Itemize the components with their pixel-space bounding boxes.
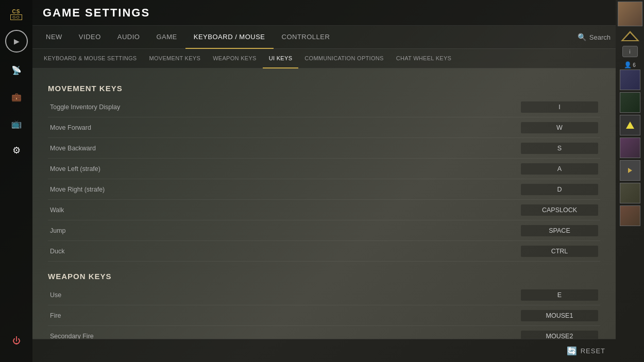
subtab-movement-keys[interactable]: Movement Keys: [143, 49, 207, 68]
cs-logo[interactable]: CS GO: [2, 3, 30, 26]
play-button[interactable]: ▶: [5, 30, 28, 53]
sub-tabs: Keyboard & Mouse Settings Movement Keys …: [32, 49, 616, 68]
friend-avatar-5[interactable]: [620, 160, 640, 181]
tab-audio[interactable]: Audio: [109, 26, 148, 49]
friend-avatar-3[interactable]: [620, 115, 640, 135]
search-button[interactable]: 🔍 Search: [578, 33, 611, 41]
setting-value-fire[interactable]: MOUSE1: [521, 310, 598, 321]
friend-avatar-4[interactable]: [620, 137, 640, 158]
setting-label-move-backward: Move Backward: [48, 145, 521, 152]
setting-label-move-forward: Move Forward: [48, 124, 521, 131]
setting-label-secondary-fire: Secondary Fire: [48, 333, 521, 339]
chevron-right-icon: [628, 168, 632, 173]
rank-badge: [618, 28, 642, 44]
tab-video[interactable]: Video: [71, 26, 109, 49]
person-icon: 👤: [624, 61, 632, 68]
setting-label-move-right: Move Right (strafe): [48, 186, 521, 193]
briefcase-icon-button[interactable]: 💼: [6, 87, 27, 107]
footer: 🔄 RESET: [32, 339, 616, 362]
setting-label-toggle-inventory: Toggle Inventory Display: [48, 104, 521, 111]
power-icon: ⏻: [12, 336, 21, 346]
tab-game[interactable]: Game: [148, 26, 185, 49]
table-row[interactable]: Toggle Inventory Display I: [48, 97, 600, 117]
setting-label-jump: Jump: [48, 227, 521, 234]
main-content: GAME SETTINGS New Video Audio Game Keybo…: [32, 0, 616, 362]
page-title: GAME SETTINGS: [43, 6, 150, 20]
content-area[interactable]: Movement Keys Toggle Inventory Display I…: [32, 68, 616, 339]
subtab-communication-options[interactable]: Communication Options: [298, 49, 389, 68]
table-row[interactable]: Jump SPACE: [48, 220, 600, 241]
power-icon-button[interactable]: ⏻: [6, 331, 27, 351]
player-count-value: 6: [633, 62, 636, 68]
radio-icon-button[interactable]: 📡: [6, 60, 27, 80]
setting-value-move-backward[interactable]: S: [521, 143, 598, 154]
search-label: Search: [589, 33, 611, 41]
info-button[interactable]: i: [622, 46, 638, 57]
tab-keyboard-mouse[interactable]: Keyboard / Mouse: [185, 26, 274, 49]
movement-keys-section: Movement Keys Toggle Inventory Display I…: [48, 84, 600, 262]
play-icon: ▶: [14, 37, 20, 45]
table-row[interactable]: Move Right (strafe) D: [48, 179, 600, 200]
setting-value-use[interactable]: E: [521, 289, 598, 301]
setting-value-duck[interactable]: CTRL: [521, 246, 598, 257]
friend-avatar-7-image: [620, 206, 640, 226]
tab-new[interactable]: New: [38, 26, 71, 49]
friend-avatar-4-image: [620, 138, 640, 158]
table-row[interactable]: Walk CAPSLOCK: [48, 200, 600, 220]
tab-controller[interactable]: Controller: [274, 26, 338, 49]
rank-triangle-icon: [626, 122, 634, 129]
movement-keys-table: Toggle Inventory Display I Move Forward …: [48, 97, 600, 262]
avatar-image: [618, 2, 642, 26]
radio-icon: 📡: [11, 65, 22, 75]
subtab-ui-keys[interactable]: UI Keys: [263, 49, 299, 68]
reset-label: RESET: [581, 347, 605, 355]
setting-value-toggle-inventory[interactable]: I: [521, 101, 598, 113]
setting-label-use: Use: [48, 291, 521, 299]
table-row[interactable]: Move Forward W: [48, 117, 600, 138]
subtab-weapon-keys[interactable]: Weapon Keys: [207, 49, 263, 68]
friend-avatar-6-image: [620, 183, 640, 203]
nav-tabs: New Video Audio Game Keyboard / Mouse Co…: [32, 26, 616, 49]
right-sidebar: i 👤 6: [616, 0, 644, 362]
left-sidebar: CS GO ▶ 📡 💼 📺 ⚙ ⏻: [0, 0, 32, 362]
friend-avatar-1-image: [620, 70, 640, 90]
table-row[interactable]: Use E: [48, 285, 600, 305]
subtab-keyboard-mouse-settings[interactable]: Keyboard & Mouse Settings: [38, 49, 143, 68]
table-row[interactable]: Move Backward S: [48, 138, 600, 159]
setting-value-move-right[interactable]: D: [521, 184, 598, 195]
friend-avatar-7[interactable]: [620, 205, 640, 226]
setting-value-move-forward[interactable]: W: [521, 122, 598, 133]
table-row[interactable]: Duck CTRL: [48, 241, 600, 262]
weapon-keys-section: Weapon Keys Use E Fire MOUSE1 Secondary …: [48, 272, 600, 339]
table-row[interactable]: Move Left (strafe) A: [48, 159, 600, 179]
search-icon: 🔍: [578, 33, 586, 41]
setting-value-walk[interactable]: CAPSLOCK: [521, 204, 598, 216]
setting-label-move-left: Move Left (strafe): [48, 165, 521, 173]
reset-button[interactable]: 🔄 RESET: [567, 346, 605, 356]
table-row[interactable]: Secondary Fire MOUSE2: [48, 326, 600, 339]
sidebar-bottom: ⏻: [6, 327, 27, 354]
subtab-chat-wheel-keys[interactable]: Chat Wheel Keys: [390, 49, 458, 68]
setting-value-secondary-fire[interactable]: MOUSE2: [521, 331, 598, 339]
briefcase-icon: 💼: [11, 92, 22, 102]
movement-keys-heading: Movement Keys: [48, 84, 600, 93]
friend-avatar-6[interactable]: [620, 183, 640, 203]
header: GAME SETTINGS: [32, 0, 616, 26]
tv-icon-button[interactable]: 📺: [6, 113, 27, 134]
setting-label-fire: Fire: [48, 312, 521, 319]
friend-avatar-2-image: [620, 93, 640, 112]
settings-icon: ⚙: [12, 145, 21, 156]
setting-value-jump[interactable]: SPACE: [521, 225, 598, 236]
settings-icon-button[interactable]: ⚙: [6, 140, 27, 161]
weapon-keys-table: Use E Fire MOUSE1 Secondary Fire MOUSE2 …: [48, 285, 600, 339]
reset-icon: 🔄: [567, 346, 578, 356]
friend-avatar-2[interactable]: [620, 92, 640, 113]
table-row[interactable]: Fire MOUSE1: [48, 305, 600, 326]
main-avatar[interactable]: [618, 2, 642, 26]
setting-label-duck: Duck: [48, 248, 521, 255]
tv-icon: 📺: [11, 119, 22, 129]
player-count-area: 👤 6: [624, 61, 636, 68]
setting-value-move-left[interactable]: A: [521, 163, 598, 175]
friend-avatar-1[interactable]: [620, 70, 640, 90]
weapon-keys-heading: Weapon Keys: [48, 272, 600, 281]
